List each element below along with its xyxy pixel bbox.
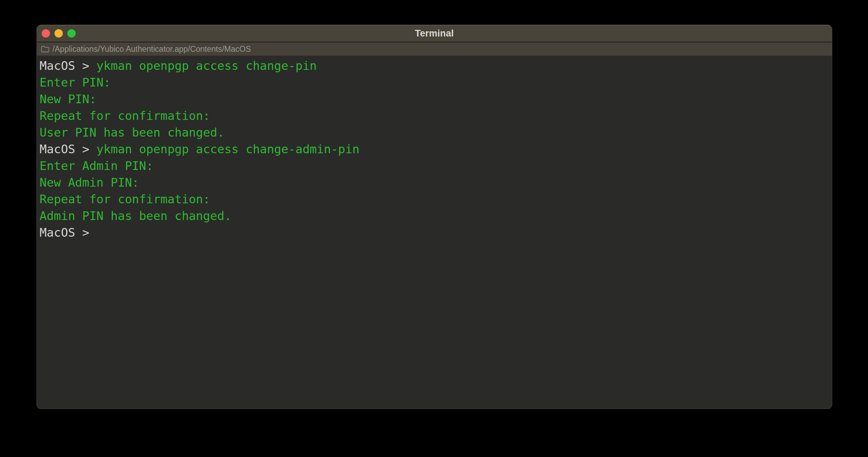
terminal-line: New Admin PIN: <box>40 174 825 191</box>
terminal-output-text: New PIN: <box>40 92 97 106</box>
terminal-screen[interactable]: MacOS > ykman openpgp access change-pinE… <box>37 56 832 241</box>
terminal-line: Admin PIN has been changed. <box>40 207 825 224</box>
terminal-line: MacOS > <box>40 224 825 241</box>
window-title: Terminal <box>37 28 832 39</box>
terminal-prompt-text: MacOS > <box>40 59 97 73</box>
minimize-button[interactable] <box>55 29 63 38</box>
desktop-background: Terminal /Applications/Yubico Authentica… <box>0 0 868 457</box>
terminal-line: New PIN: <box>40 91 825 107</box>
terminal-prompt-text: MacOS > <box>40 142 97 156</box>
terminal-line: Repeat for confirmation: <box>40 107 825 124</box>
terminal-output-text: Enter PIN: <box>40 75 111 89</box>
terminal-output-text: User PIN has been changed. <box>40 125 224 139</box>
terminal-output-text: ykman openpgp access change-admin-pin <box>97 142 359 156</box>
window-titlebar[interactable]: Terminal <box>37 25 832 42</box>
terminal-line: User PIN has been changed. <box>40 124 825 141</box>
terminal-output-text: Repeat for confirmation: <box>40 109 210 123</box>
terminal-output-text: Admin PIN has been changed. <box>40 209 232 223</box>
terminal-output-text: Repeat for confirmation: <box>40 192 210 206</box>
terminal-output-text: ykman openpgp access change-pin <box>97 59 317 73</box>
folder-icon <box>41 46 49 52</box>
terminal-line: Enter Admin PIN: <box>40 157 825 174</box>
traffic-lights <box>42 25 76 42</box>
tab-bar[interactable]: /Applications/Yubico Authenticator.app/C… <box>37 42 832 56</box>
terminal-line: Enter PIN: <box>40 74 825 91</box>
terminal-line: MacOS > ykman openpgp access change-admi… <box>40 141 825 157</box>
terminal-line: Repeat for confirmation: <box>40 191 825 207</box>
terminal-line: MacOS > ykman openpgp access change-pin <box>40 57 825 74</box>
close-button[interactable] <box>42 29 50 38</box>
terminal-prompt-text: MacOS > <box>40 226 97 239</box>
terminal-output-text: New Admin PIN: <box>40 176 139 189</box>
working-directory-path: /Applications/Yubico Authenticator.app/C… <box>52 44 251 54</box>
zoom-button[interactable] <box>67 29 76 38</box>
terminal-output-text: Enter Admin PIN: <box>40 159 153 173</box>
terminal-window: Terminal /Applications/Yubico Authentica… <box>36 25 832 409</box>
